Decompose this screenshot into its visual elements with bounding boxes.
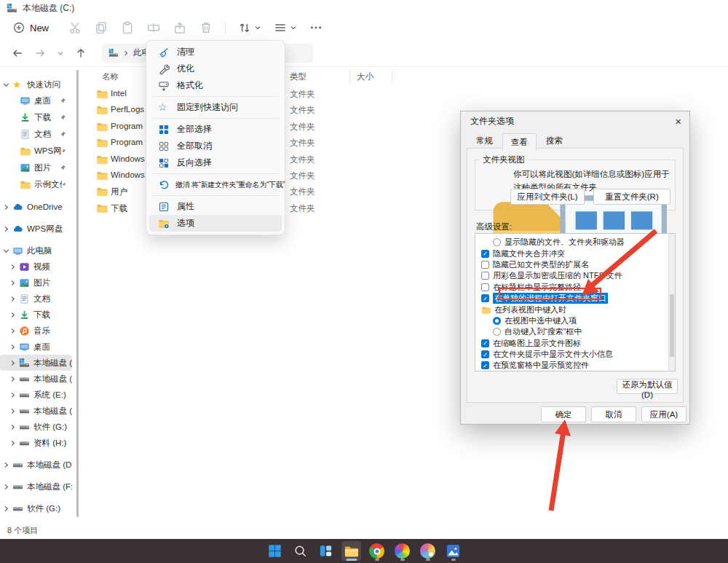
checkbox-icon[interactable]: ✓: [481, 250, 489, 258]
menu-item-broom[interactable]: 清理: [149, 44, 282, 60]
chevron-down-icon[interactable]: [3, 82, 9, 88]
menu-item-star-outline[interactable]: ☆固定到快速访问: [149, 99, 282, 116]
menu-item-deselect-all[interactable]: 全部取消: [149, 138, 282, 154]
sidebar-item-本地磁盘 (D:)[interactable]: 本地磁盘 (D:): [0, 457, 72, 473]
chevron-right-icon[interactable]: [3, 505, 9, 512]
pin-icon[interactable]: [60, 98, 66, 104]
sidebar-item-WPS网盘[interactable]: WPS网盘: [0, 143, 72, 160]
checkbox-icon[interactable]: ✓: [481, 361, 489, 369]
tab-常规[interactable]: 常规: [467, 133, 502, 150]
chevron-down-icon[interactable]: [3, 248, 9, 254]
delete-icon[interactable]: [199, 20, 213, 35]
column-header-size[interactable]: 大小: [357, 71, 373, 82]
pin-icon[interactable]: [60, 114, 66, 121]
menu-item-undo[interactable]: 撤消 将“新建文件夹”重命名为“下载”: [149, 176, 282, 193]
pin-icon[interactable]: [60, 165, 66, 171]
sidebar-item-桌面[interactable]: 桌面: [0, 92, 72, 109]
sidebar-item-WPS网盘[interactable]: WPS网盘: [0, 221, 72, 237]
chevron-right-icon[interactable]: [3, 226, 9, 232]
advanced-setting-checkbox[interactable]: 在标题栏中显示完整路径: [475, 282, 675, 293]
advanced-setting-radio[interactable]: 显示隐藏的文件、文件夹和驱动器: [475, 237, 675, 248]
new-button[interactable]: New: [9, 19, 56, 36]
tab-查看[interactable]: 查看: [502, 133, 537, 151]
sidebar-item-视频[interactable]: 视频: [0, 259, 72, 275]
chevron-right-icon[interactable]: [9, 264, 16, 270]
radio-icon[interactable]: [493, 317, 501, 325]
share-icon[interactable]: [173, 20, 187, 35]
taskbar-start-icon[interactable]: [265, 541, 285, 561]
list-scrollbar[interactable]: [668, 234, 675, 371]
chevron-right-icon[interactable]: [9, 280, 16, 286]
more-icon[interactable]: [309, 20, 323, 35]
pin-icon[interactable]: [61, 148, 66, 154]
taskbar-palette-app-icon[interactable]: [418, 541, 438, 561]
copy-icon[interactable]: [94, 20, 108, 35]
chevron-right-icon[interactable]: [9, 296, 16, 302]
view-icon[interactable]: [273, 20, 288, 35]
column-divider[interactable]: [349, 70, 350, 83]
chevron-right-icon[interactable]: [9, 312, 16, 318]
apply-button[interactable]: 应用(A): [641, 406, 687, 422]
column-header-name[interactable]: 名称: [102, 71, 119, 82]
sidebar-item-OneDrive[interactable]: OneDrive: [0, 199, 72, 215]
pin-icon[interactable]: [60, 131, 66, 138]
chevron-right-icon[interactable]: [3, 484, 9, 490]
sidebar-item-资料 (H:)[interactable]: 资料 (H:): [0, 435, 72, 451]
taskbar-browser-sphere-icon[interactable]: [392, 541, 412, 561]
menu-item-invert-selection[interactable]: 反向选择: [149, 154, 282, 171]
sidebar-item-音乐[interactable]: 音乐: [0, 323, 72, 339]
ok-button[interactable]: 确定: [541, 406, 586, 422]
taskbar-photos-icon[interactable]: [443, 541, 463, 561]
advanced-setting-checkbox[interactable]: ✓在文件夹提示中显示文件大小信息: [475, 349, 675, 360]
sidebar-item-本地磁盘 (F:)[interactable]: 本地磁盘 (F:): [0, 403, 72, 419]
sidebar-item-系统 (E:)[interactable]: 系统 (E:): [0, 387, 72, 403]
sidebar-item-本地磁盘 (D:)[interactable]: 本地磁盘 (D:): [0, 371, 72, 387]
back-icon[interactable]: [12, 47, 23, 59]
checkbox-icon[interactable]: [481, 272, 489, 280]
advanced-setting-radio[interactable]: 在视图中选中键入项: [475, 315, 675, 326]
chevron-right-icon[interactable]: [9, 328, 16, 334]
column-header-type[interactable]: 类型: [290, 71, 306, 82]
menu-item-options[interactable]: 选项: [149, 215, 282, 232]
cut-icon[interactable]: [68, 20, 82, 35]
sidebar-item-示例文件夹[interactable]: 示例文件夹: [0, 176, 72, 193]
sidebar-item-此电脑[interactable]: 此电脑: [0, 243, 72, 259]
menu-item-format[interactable]: 格式化: [149, 77, 282, 94]
advanced-setting-radio[interactable]: 自动键入到“搜索”框中: [475, 326, 675, 337]
up-icon[interactable]: [75, 47, 87, 59]
sidebar-item-图片[interactable]: 图片: [0, 275, 72, 291]
taskbar-chrome-icon[interactable]: [367, 541, 387, 561]
menu-item-select-all[interactable]: 全部选择: [149, 121, 282, 138]
sidebar-item-文档[interactable]: 文档: [0, 291, 72, 307]
checkbox-icon[interactable]: ✓: [481, 339, 489, 347]
column-divider[interactable]: [392, 70, 392, 83]
sidebar-item-桌面[interactable]: 桌面: [0, 339, 72, 355]
sidebar-item-快速访问[interactable]: ★快速访问: [0, 76, 72, 92]
sidebar-item-下载[interactable]: 下载: [0, 109, 72, 126]
advanced-setting-checkbox[interactable]: ✓隐藏文件夹合并冲突: [475, 248, 675, 259]
recent-locations-chevron-icon[interactable]: [57, 50, 64, 57]
radio-icon[interactable]: [493, 238, 501, 246]
sidebar-scrollbar[interactable]: [76, 70, 79, 517]
scrollbar-thumb[interactable]: [670, 294, 674, 357]
menu-item-wrench[interactable]: 优化: [149, 60, 282, 77]
advanced-setting-checkbox[interactable]: ✓在单独的进程中打开文件夹窗口: [475, 293, 675, 304]
close-icon[interactable]: ×: [675, 116, 681, 127]
checkbox-icon[interactable]: ✓: [481, 350, 489, 358]
forward-icon[interactable]: [34, 47, 46, 59]
radio-icon[interactable]: [493, 328, 501, 336]
sidebar-item-本地磁盘 (C:)[interactable]: 本地磁盘 (C:): [0, 355, 72, 371]
chevron-right-icon[interactable]: [9, 424, 16, 430]
chevron-right-icon[interactable]: [9, 376, 16, 382]
chevron-right-icon[interactable]: [9, 408, 16, 414]
sidebar-item-本地磁盘 (F:)[interactable]: 本地磁盘 (F:): [0, 479, 72, 495]
chevron-right-icon[interactable]: [9, 360, 16, 366]
advanced-setting-checkbox[interactable]: 用彩色显示加密或压缩的 NTFS 文件: [475, 270, 675, 281]
sort-icon[interactable]: [237, 20, 252, 35]
apply-to-folders-button[interactable]: 应用到文件夹(L): [510, 189, 585, 205]
taskbar-widgets-icon[interactable]: [316, 541, 336, 561]
cancel-button[interactable]: 取消: [591, 406, 636, 422]
chevron-right-icon[interactable]: [9, 392, 16, 398]
sidebar-item-图片[interactable]: 图片: [0, 160, 72, 176]
chevron-right-icon[interactable]: [3, 462, 9, 468]
